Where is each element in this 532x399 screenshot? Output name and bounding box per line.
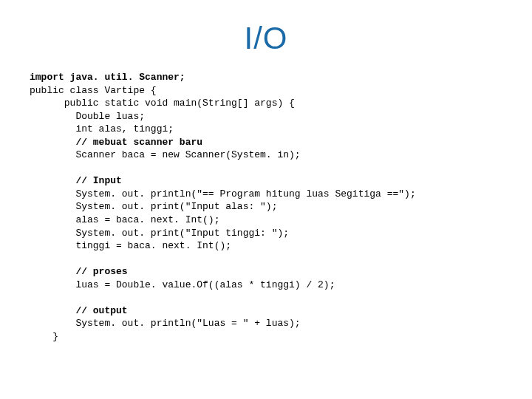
code-line: public class Vartipe { xyxy=(30,85,157,96)
code-line: tinggi = baca. next. Int(); xyxy=(30,240,231,251)
code-line: System. out. print("Input tinggi: "); xyxy=(30,228,289,239)
code-line: } xyxy=(30,331,58,342)
code-line: luas = Double. value.Of((alas * tinggi) … xyxy=(30,279,335,290)
code-line: Double luas; xyxy=(30,111,145,122)
code-line: // output xyxy=(30,305,128,316)
code-line: // Input xyxy=(30,175,122,186)
code-line: Scanner baca = new Scanner(System. in); xyxy=(30,149,301,160)
code-line: java. util. Scanner; xyxy=(64,72,185,83)
code-line: // proses xyxy=(30,266,128,277)
code-line: alas = baca. next. Int(); xyxy=(30,214,219,225)
code-block: import java. util. Scanner; public class… xyxy=(0,71,532,343)
code-line: System. out. println("== Program hitung … xyxy=(30,188,416,200)
code-line: int alas, tinggi; xyxy=(30,123,174,134)
code-line: System. out. print("Input alas: "); xyxy=(30,201,277,212)
slide-title: I/O xyxy=(0,0,532,71)
code-line: // mebuat scanner baru xyxy=(30,137,202,148)
slide: I/O import java. util. Scanner; public c… xyxy=(0,0,532,399)
code-line: System. out. println("Luas = " + luas); xyxy=(30,318,301,329)
code-line: import xyxy=(30,72,64,83)
code-line: public static void main(String[] args) { xyxy=(30,98,295,109)
